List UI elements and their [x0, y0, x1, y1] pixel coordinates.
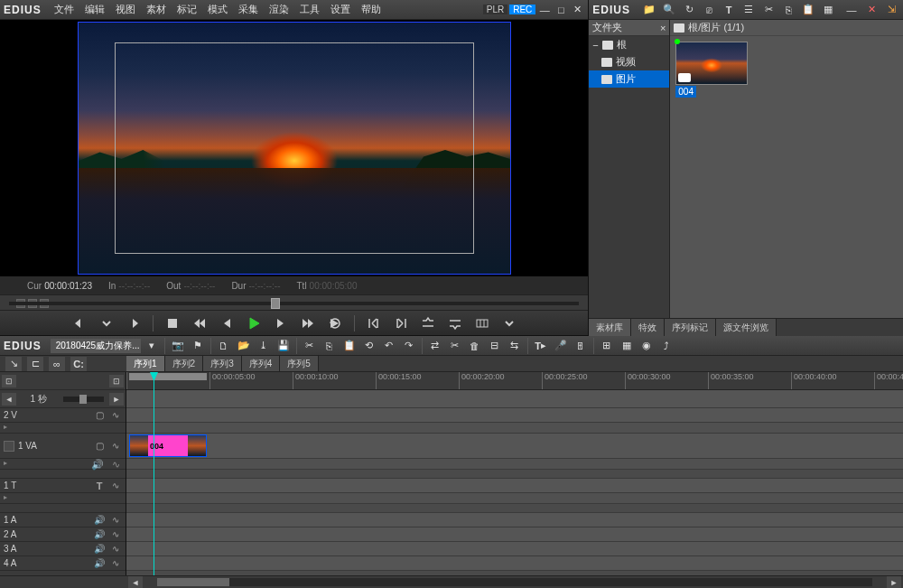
- set-in-button[interactable]: [70, 314, 89, 332]
- audio-icon[interactable]: 🔊: [93, 529, 106, 540]
- tab-bin[interactable]: 素材库: [589, 319, 631, 336]
- toggle-icon[interactable]: ⊞: [598, 339, 616, 353]
- video-icon[interactable]: ▢: [93, 410, 106, 421]
- tc-dur[interactable]: --:--:--:--: [249, 281, 281, 291]
- fast-forward-button[interactable]: [298, 314, 318, 332]
- audio-icon[interactable]: 🔊: [93, 558, 106, 569]
- copy-icon[interactable]: ⎘: [780, 3, 796, 17]
- mode-normal[interactable]: ↘: [5, 357, 22, 371]
- split-icon[interactable]: ✂: [446, 339, 464, 353]
- fx-icon[interactable]: ∿: [109, 481, 122, 491]
- ripple-icon[interactable]: ⇄: [426, 339, 444, 353]
- track-expand[interactable]: ▸ 🔊 ∿: [0, 459, 126, 470]
- tc-ttl[interactable]: 00:00:05:00: [310, 281, 358, 291]
- fx-icon[interactable]: ∿: [109, 410, 122, 421]
- track-expand[interactable]: ▸: [0, 423, 126, 434]
- set-out-button[interactable]: [124, 314, 144, 332]
- menu-help[interactable]: 帮助: [356, 3, 386, 16]
- track-header[interactable]: 2 V▢∿: [0, 408, 126, 423]
- mode-icon[interactable]: ⚑: [189, 339, 207, 353]
- refresh-icon[interactable]: ↻: [681, 3, 697, 17]
- tc-in[interactable]: --:--:--:--: [118, 281, 150, 291]
- menu-edit[interactable]: 编辑: [79, 3, 110, 16]
- track-header[interactable]: 1 A🔊∿: [0, 513, 126, 527]
- view-icon[interactable]: ▦: [820, 3, 836, 17]
- undo-icon[interactable]: ↶: [380, 339, 398, 353]
- tab-markers[interactable]: 序列标记: [665, 319, 716, 336]
- rewind-button[interactable]: [190, 314, 209, 332]
- cut-icon[interactable]: ✂: [301, 339, 319, 353]
- maximize-button[interactable]: □: [554, 3, 568, 17]
- audio-waveform[interactable]: [129, 373, 207, 380]
- capture-icon[interactable]: ⎚: [701, 3, 717, 17]
- paste-icon[interactable]: 📋: [800, 3, 816, 17]
- video-icon[interactable]: ▢: [93, 441, 106, 452]
- menu-marker[interactable]: 标记: [172, 3, 202, 16]
- trim-icon[interactable]: ⊟: [486, 339, 504, 353]
- tab-source-browser[interactable]: 源文件浏览: [716, 319, 777, 336]
- seq-tab[interactable]: 序列4: [242, 356, 281, 371]
- seq-tab[interactable]: 序列3: [203, 356, 242, 371]
- track-expand[interactable]: ▸: [0, 493, 126, 504]
- close-icon[interactable]: ×: [660, 23, 666, 33]
- tree-item[interactable]: 图片: [589, 70, 669, 88]
- mode-group[interactable]: C:: [70, 357, 87, 371]
- patch-button[interactable]: [4, 441, 14, 452]
- close-button[interactable]: ✕: [570, 3, 584, 17]
- close-button[interactable]: ✕: [863, 3, 880, 17]
- play-button[interactable]: [244, 314, 264, 332]
- track-sublane[interactable]: [126, 459, 903, 470]
- scale-slider[interactable]: [63, 397, 105, 402]
- title-icon[interactable]: T: [93, 481, 106, 491]
- fx-icon[interactable]: ∿: [109, 441, 122, 452]
- tc-cur[interactable]: 00:00:01:23: [44, 281, 92, 291]
- render-icon[interactable]: ◉: [638, 339, 656, 353]
- import-icon[interactable]: ⤓: [255, 339, 273, 353]
- menu-render[interactable]: 渲染: [264, 3, 294, 16]
- menu-capture[interactable]: 采集: [233, 3, 264, 16]
- delete-icon[interactable]: 🗑: [466, 339, 484, 353]
- tab-effects[interactable]: 特效: [631, 319, 665, 336]
- scrub-bar[interactable]: [0, 294, 588, 311]
- scroll-right-button[interactable]: ►: [887, 576, 901, 588]
- track-sublane[interactable]: [126, 423, 903, 434]
- timeline-clip[interactable]: 004: [129, 434, 207, 457]
- layout-icon[interactable]: ▦: [618, 339, 636, 353]
- fx-icon[interactable]: ∿: [109, 544, 122, 555]
- minimize-button[interactable]: —: [537, 3, 552, 17]
- search-icon[interactable]: 🔍: [661, 3, 677, 17]
- track-lane[interactable]: [126, 542, 903, 556]
- fx-icon[interactable]: ∿: [109, 515, 122, 526]
- seq-tab[interactable]: 序列1: [126, 356, 165, 371]
- track-header[interactable]: 1 VA▢∿: [0, 434, 126, 459]
- prev-frame-button[interactable]: [217, 314, 237, 332]
- cut-icon[interactable]: ✂: [760, 3, 777, 17]
- bin-clip[interactable]: 004: [675, 42, 748, 98]
- video-monitor[interactable]: [0, 20, 588, 276]
- stop-button[interactable]: [163, 314, 182, 332]
- insert-button[interactable]: [418, 314, 438, 332]
- seq-tab[interactable]: 序列5: [280, 356, 319, 371]
- mode-rec[interactable]: REC: [509, 5, 535, 14]
- copy-icon[interactable]: ⎘: [321, 339, 339, 353]
- scroll-left-button[interactable]: ◄: [128, 576, 143, 588]
- zoom-out-button[interactable]: ◄: [2, 393, 16, 406]
- track-area[interactable]: 00:00:00:00 00:00:05:00 00:00:10:00 00:0…: [126, 372, 903, 575]
- open-icon[interactable]: 📂: [235, 339, 253, 353]
- save-icon[interactable]: 💾: [275, 339, 293, 353]
- audio-icon[interactable]: 🔊: [93, 515, 106, 526]
- tc-out[interactable]: --:--:--:--: [183, 281, 215, 291]
- menu-clip[interactable]: 素材: [141, 3, 172, 16]
- menu-tools[interactable]: 工具: [294, 3, 325, 16]
- patch-a-button[interactable]: ⊡: [109, 375, 124, 387]
- fx-icon[interactable]: ∿: [109, 529, 122, 540]
- menu-view[interactable]: 视图: [110, 3, 141, 16]
- export-icon[interactable]: ⤴: [657, 339, 675, 353]
- overwrite-button[interactable]: [445, 314, 465, 332]
- folder-icon[interactable]: 📁: [641, 3, 657, 17]
- zoom-in-button[interactable]: ►: [109, 393, 124, 406]
- fx-icon[interactable]: ∿: [109, 558, 122, 569]
- tree-item[interactable]: 视频: [589, 53, 669, 70]
- next-frame-button[interactable]: [271, 314, 291, 332]
- next-edit-button[interactable]: [391, 314, 411, 332]
